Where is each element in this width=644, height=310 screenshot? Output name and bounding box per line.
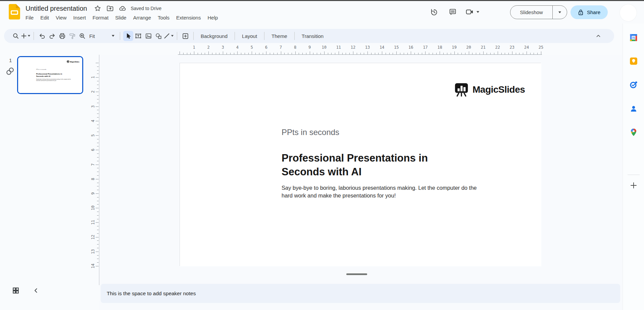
open-comments-button[interactable] xyxy=(445,5,460,19)
slideshow-options-button[interactable] xyxy=(553,6,567,19)
menu-item[interactable]: View xyxy=(52,13,70,22)
star-icon[interactable] xyxy=(94,5,101,12)
magicslides-logo: MagicSlides xyxy=(454,82,525,97)
comment-icon xyxy=(449,8,457,16)
menu-item[interactable]: Help xyxy=(204,13,221,22)
speaker-notes-input[interactable]: This is the space to add speaker notes xyxy=(101,284,620,303)
zoom-select[interactable]: Fit xyxy=(87,31,117,41)
menu-bar: FileEditViewInsertFormatSlideArrangeTool… xyxy=(22,13,221,22)
add-icon xyxy=(630,181,638,189)
paint-format-icon xyxy=(69,33,76,40)
menu-item[interactable]: File xyxy=(22,13,37,22)
google-slides-logo[interactable] xyxy=(9,4,20,19)
keep-button[interactable] xyxy=(629,56,638,66)
window-top-strip xyxy=(0,0,644,1)
insert-line-control[interactable] xyxy=(163,33,174,39)
collapse-toolbar-button[interactable] xyxy=(593,31,603,41)
side-panel-rail: 31 xyxy=(623,24,644,310)
video-camera-icon xyxy=(465,8,474,16)
share-button-label: Share xyxy=(587,9,600,15)
version-history-button[interactable] xyxy=(427,5,441,19)
keep-icon xyxy=(629,57,638,65)
insert-shape-button[interactable] xyxy=(153,31,163,41)
text-box-button[interactable] xyxy=(133,31,143,41)
undo-icon xyxy=(39,33,46,40)
toolbar-action-button[interactable]: Theme xyxy=(267,32,291,41)
join-call-control[interactable] xyxy=(465,8,480,16)
insert-image-icon xyxy=(145,33,152,40)
svg-text:31: 31 xyxy=(632,36,635,39)
new-slide-control[interactable] xyxy=(21,33,31,39)
contacts-icon xyxy=(629,104,638,113)
paint-format-button[interactable] xyxy=(67,31,77,41)
chevron-down-icon xyxy=(476,11,480,13)
chevron-down-icon xyxy=(558,11,561,13)
menu-item[interactable]: Extensions xyxy=(173,13,204,22)
search-menus-button[interactable] xyxy=(11,31,21,41)
slide-kicker-text[interactable]: PPts in seconds xyxy=(36,69,47,70)
grid-view-button[interactable] xyxy=(10,285,21,296)
user-avatar[interactable] xyxy=(620,4,637,21)
redo-button[interactable] xyxy=(47,31,57,41)
select-tool-button[interactable] xyxy=(123,31,133,41)
slide-body-text[interactable]: Say bye-bye to boring, laborious present… xyxy=(282,184,477,200)
toolbar-actions: BackgroundLayoutThemeTransition xyxy=(190,32,328,41)
slideshow-button-group: Slideshow xyxy=(510,5,567,19)
menu-item[interactable]: Insert xyxy=(70,13,89,22)
history-icon xyxy=(430,8,438,16)
saved-to-drive-cloud-icon[interactable] xyxy=(119,5,126,12)
insert-comment-button[interactable] xyxy=(180,31,190,41)
chevron-down-icon xyxy=(171,35,174,37)
calendar-button[interactable]: 31 xyxy=(629,33,638,42)
menu-item[interactable]: Tools xyxy=(154,13,173,22)
horizontal-ruler: 1234567891011121314151617181920212223242… xyxy=(99,45,623,55)
link-icon xyxy=(5,66,15,78)
move-folder-icon[interactable] xyxy=(106,5,114,12)
get-addons-button[interactable] xyxy=(629,181,638,190)
search-icon xyxy=(12,33,19,39)
menu-item[interactable]: Format xyxy=(89,13,112,22)
vertical-ruler: 1234567891011121314 xyxy=(90,55,99,285)
chevron-left-icon xyxy=(33,287,39,294)
toolbar-action-button[interactable]: Transition xyxy=(298,32,328,41)
zoom-in-button[interactable] xyxy=(77,31,87,41)
insert-image-button[interactable] xyxy=(143,31,153,41)
add-slide-icon xyxy=(21,33,27,39)
menu-item[interactable]: Slide xyxy=(112,13,130,22)
tasks-button[interactable] xyxy=(629,80,638,89)
contacts-button[interactable] xyxy=(629,104,638,114)
print-button[interactable] xyxy=(57,31,67,41)
magicslides-logo-icon xyxy=(454,82,469,97)
menu-item[interactable]: Arrange xyxy=(130,13,154,22)
slide-kicker-text[interactable]: PPts in seconds xyxy=(282,128,339,137)
slide-title-text[interactable]: Professional Presentations in Seconds wi… xyxy=(282,151,428,179)
horizontal-scrollbar-thumb[interactable] xyxy=(346,273,367,275)
insert-shape-icon xyxy=(155,33,162,40)
slideshow-button[interactable]: Slideshow xyxy=(510,6,552,19)
select-cursor-icon xyxy=(125,33,132,39)
menu-item[interactable]: Edit xyxy=(37,13,52,22)
google-slides-app: Untitled presentation Saved to Drive Fil… xyxy=(0,0,644,310)
print-icon xyxy=(59,33,66,40)
lock-icon xyxy=(578,9,584,15)
collapse-filmstrip-button[interactable] xyxy=(31,285,41,296)
maps-button[interactable] xyxy=(629,128,638,137)
toolbar-action-button[interactable]: Layout xyxy=(238,32,261,41)
share-button[interactable]: Share xyxy=(571,5,608,19)
slide-title-text[interactable]: Professional Presentations in Seconds wi… xyxy=(36,73,62,78)
magicslides-logo-icon xyxy=(67,60,69,63)
saved-status-label: Saved to Drive xyxy=(131,6,161,11)
zoom-in-icon xyxy=(79,33,86,40)
speaker-notes-text: This is the space to add speaker notes xyxy=(107,291,196,297)
calendar-icon: 31 xyxy=(629,33,638,42)
undo-button[interactable] xyxy=(37,31,47,41)
document-title[interactable]: Untitled presentation xyxy=(26,5,87,12)
slide-number: 1 xyxy=(9,57,12,63)
slide-thumbnail[interactable]: MagicSlides PPts in seconds Professional… xyxy=(17,56,83,94)
maps-icon xyxy=(629,128,638,137)
slide-body-text[interactable]: Say bye-bye to boring, laborious present… xyxy=(36,79,71,81)
magicslides-logo: MagicSlides xyxy=(67,60,80,63)
tasks-icon xyxy=(629,80,638,89)
slide-canvas[interactable]: MagicSlides PPts in seconds Professional… xyxy=(180,63,541,266)
toolbar-action-button[interactable]: Background xyxy=(197,32,232,41)
